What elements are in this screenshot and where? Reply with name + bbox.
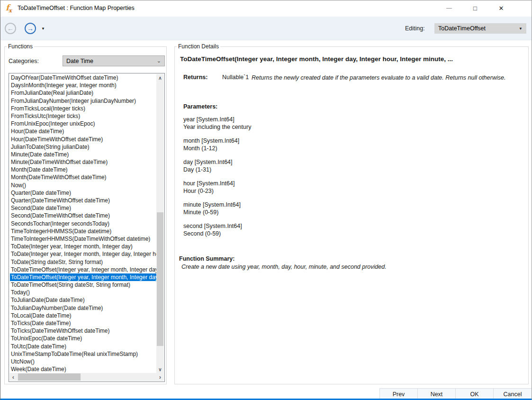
function-list-item[interactable]: ToJulianDayNumber(Date dateTime) <box>10 304 156 312</box>
returns-type: Nullable`1 <box>222 74 249 81</box>
parameter-name: month [System.Int64] <box>183 137 251 145</box>
function-summary-text: Create a new date using year, month, day… <box>181 264 513 270</box>
function-list-item[interactable]: ToDate(Integer year, Integer month, Inte… <box>10 243 156 250</box>
categories-value: Date Time <box>66 58 93 64</box>
parameter-entry: minute [System.Int64]Minute (0-59) <box>183 201 251 216</box>
functions-legend: Functions <box>7 43 34 50</box>
returns-description: Returns the newly created date if the pa… <box>252 74 517 82</box>
function-list-item[interactable]: UtcNow() <box>10 358 156 365</box>
function-list-item[interactable]: ToLocal(Date dateTime) <box>10 312 156 319</box>
parameter-entry: second [System.Int64]Second (0-59) <box>183 222 251 237</box>
parameter-name: year [System.Int64] <box>183 116 251 123</box>
parameter-description: Minute (0-59) <box>183 209 251 216</box>
window-title: ToDateTimeOffset : Function Map Properti… <box>18 5 135 11</box>
title-bar: fx ToDateTimeOffset : Function Map Prope… <box>0 0 532 17</box>
function-list-item[interactable]: SecondsTochar(Integer secondsToday) <box>10 220 156 227</box>
function-list-item[interactable]: Second(Date dateTime) <box>10 204 156 212</box>
parameter-entry: day [System.Int64]Day (1-31) <box>183 158 251 173</box>
function-map-properties-dialog: fx ToDateTimeOffset : Function Map Prope… <box>0 0 532 400</box>
function-signature: ToDateTimeOffset(Integer year, Integer m… <box>180 55 526 63</box>
scroll-down-icon[interactable]: ∨ <box>156 365 164 373</box>
function-list-item[interactable]: JulianToDate(String julianDate) <box>10 143 156 151</box>
editing-label: Editing: <box>405 25 425 32</box>
function-list-item[interactable]: Today() <box>10 289 156 296</box>
function-list-item[interactable]: FromTicksLocal(Integer ticks) <box>10 105 156 112</box>
function-fx-icon: fx <box>6 3 12 14</box>
maximize-icon[interactable]: □ <box>464 0 486 16</box>
function-list-item[interactable]: FromUnixEpoc(Integer unixEpoc) <box>10 120 156 127</box>
parameter-list: year [System.Int64]Year including the ce… <box>183 116 251 244</box>
function-list-item[interactable]: FromJulianDayNumber(Integer julianDayNum… <box>10 97 156 105</box>
back-button[interactable]: ← <box>5 23 16 34</box>
function-list-item[interactable]: ToDate(String dateStr, String format) <box>10 258 156 266</box>
forward-button[interactable]: → <box>25 23 36 34</box>
vertical-scrollbar[interactable]: ∧ ∨ <box>156 74 164 373</box>
toolbar: ← → ▼ Editing: ToDateTimeOffset ▼ <box>0 17 532 40</box>
parameters-label: Parameters: <box>183 103 217 110</box>
function-list-item[interactable]: DayOfYear(DateTimeWithOffset dateTime) <box>10 74 156 82</box>
editing-function-dropdown[interactable]: ToDateTimeOffset ▼ <box>434 23 526 34</box>
scroll-left-icon[interactable]: ‹ <box>9 373 17 381</box>
function-list-item[interactable]: ToUnixEpoc(Date dateTime) <box>10 335 156 342</box>
nav-history-dropdown-icon[interactable]: ▼ <box>41 27 45 31</box>
function-list-item[interactable]: Hour(DateTimeWithOffset dateTime) <box>10 136 156 143</box>
chevron-down-icon: ▼ <box>519 27 523 31</box>
parameter-entry: year [System.Int64]Year including the ce… <box>183 116 251 131</box>
functions-groupbox: Functions Categories: Date Time ⌄ DayOfY… <box>4 43 167 384</box>
function-listbox: DayOfYear(DateTimeWithOffset dateTime)Da… <box>9 73 165 382</box>
function-list-item[interactable]: ToDateTimeOffset(String dateStr, String … <box>10 281 156 289</box>
parameter-description: Hour (0-23) <box>183 187 251 195</box>
function-list-item[interactable]: Minute(DateTimeWithOffset dateTime) <box>10 158 156 166</box>
vertical-scrollbar-thumb[interactable] <box>157 212 163 346</box>
function-list-item[interactable]: ToTicks(Date dateTime) <box>10 319 156 327</box>
parameter-name: hour [System.Int64] <box>183 180 251 187</box>
categories-dropdown[interactable]: Date Time ⌄ <box>63 55 165 66</box>
function-list-item[interactable]: Quarter(DateTimeWithOffset dateTime) <box>10 197 156 204</box>
function-list-item[interactable]: ToJulianDate(Date dateTime) <box>10 296 156 304</box>
parameter-description: Day (1-31) <box>183 166 251 173</box>
scroll-right-icon[interactable]: › <box>156 373 164 381</box>
function-list-item[interactable]: FromJulianDate(Real julianDate) <box>10 89 156 97</box>
editing-function-value: ToDateTimeOffset <box>438 25 486 32</box>
function-summary-label: Function Summary: <box>179 255 234 262</box>
minimize-icon[interactable]: — <box>438 0 460 16</box>
parameter-description: Year including the century <box>183 123 251 131</box>
function-list: DayOfYear(DateTimeWithOffset dateTime)Da… <box>10 74 156 373</box>
function-list-item[interactable]: Month(Date dateTime) <box>10 166 156 173</box>
function-list-item[interactable]: Quarter(Date dateTime) <box>10 189 156 197</box>
function-list-item[interactable]: Week(Date dateTime) <box>10 365 156 373</box>
function-details-legend: Function Details <box>177 43 220 50</box>
function-list-item[interactable]: Now() <box>10 182 156 189</box>
function-list-item[interactable]: Second(DateTimeWithOffset dateTime) <box>10 212 156 219</box>
function-list-item[interactable]: Hour(Date dateTime) <box>10 127 156 135</box>
parameter-description: Second (0-59) <box>183 230 251 237</box>
function-list-item[interactable]: UnixTimeStampToDateTime(Real unixTimeSta… <box>10 350 156 358</box>
chevron-down-icon: ⌄ <box>157 58 161 64</box>
parameter-description: Month (1-12) <box>183 145 251 152</box>
function-list-item[interactable]: TimeToIntegerHHMMSS(Date datetime) <box>10 227 156 235</box>
scroll-up-icon[interactable]: ∧ <box>156 74 164 82</box>
function-list-item-selected[interactable]: ToDateTimeOffset(Integer year, Integer m… <box>10 273 156 281</box>
function-list-item[interactable]: ToUtc(Date dateTime) <box>10 343 156 350</box>
parameter-name: day [System.Int64] <box>183 158 251 166</box>
function-list-item[interactable]: DaysInMonth(Integer year, Integer month) <box>10 82 156 89</box>
parameter-entry: hour [System.Int64]Hour (0-23) <box>183 180 251 195</box>
function-list-item[interactable]: ToDate(Integer year, Integer month, Inte… <box>10 250 156 258</box>
parameter-name: minute [System.Int64] <box>183 201 251 209</box>
returns-label: Returns: <box>183 74 207 81</box>
function-list-item[interactable]: Month(DateTimeWithOffset dateTime) <box>10 173 156 181</box>
close-icon[interactable]: ✕ <box>490 0 512 16</box>
horizontal-scrollbar-thumb[interactable] <box>18 373 81 381</box>
function-list-item[interactable]: Minute(Date dateTime) <box>10 151 156 158</box>
parameter-name: second [System.Int64] <box>183 222 251 230</box>
function-list-item[interactable]: FromTicksUtc(Integer ticks) <box>10 112 156 120</box>
function-list-item[interactable]: ToDateTimeOffset(Integer year, Integer m… <box>10 266 156 273</box>
function-list-item[interactable]: TimeToIntegerHHMMSS(DateTimeWithOffset d… <box>10 235 156 243</box>
categories-label: Categories: <box>9 58 39 64</box>
function-details-groupbox: Function Details ToDateTimeOffset(Intege… <box>174 43 529 384</box>
parameter-entry: month [System.Int64]Month (1-12) <box>183 137 251 152</box>
function-list-item[interactable]: ToTicks(DateTimeWithOffset dateTime) <box>10 327 156 335</box>
horizontal-scrollbar[interactable]: ‹ › <box>9 373 164 381</box>
